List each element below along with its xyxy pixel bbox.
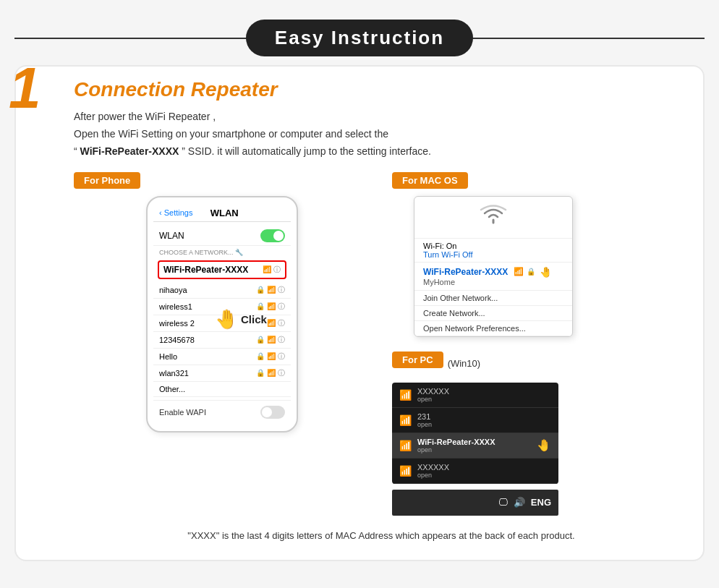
page-title: Easy Instruction	[246, 20, 473, 56]
network-icons: 🔒 📶 ⓘ	[256, 351, 285, 362]
pc-network-name: WiFi-RePeater-XXXX open	[417, 438, 537, 453]
mac-wifi-icon	[414, 197, 572, 239]
highlighted-ssid-name: WiFi-RePeater-XXXX	[163, 265, 248, 275]
mac-ssid: WiFi-RePeater-XXXX	[423, 267, 508, 277]
mac-sub-text: MyHome	[423, 278, 563, 286]
mac-wifi-status: Wi-Fi: On Turn Wi-Fi Off	[414, 239, 572, 263]
for-pc-sub: (Win10)	[448, 358, 481, 369]
col-right: For MAC OS Wi-Fi	[392, 172, 689, 516]
for-mac-label: For MAC OS	[392, 172, 468, 189]
mac-network-row: WiFi-RePeater-XXXX 📶 🔒 🤚	[423, 266, 563, 278]
network-icons: 🔒 📶 ⓘ	[256, 285, 285, 295]
wlan-toggle[interactable]	[260, 229, 285, 242]
phone-screen-title: WLAN	[210, 208, 239, 218]
for-pc-label: For PC	[392, 351, 443, 368]
pc-sub: open	[417, 472, 551, 479]
highlighted-ssid-icons: 📶 ⓘ	[263, 265, 281, 275]
pc-monitor-icon: 🖵	[498, 497, 508, 508]
pc-wifi-signal-icon: 📶	[399, 440, 412, 451]
network-wlan321[interactable]: wlan321 🔒 📶 ⓘ	[153, 365, 291, 382]
pc-network-name: XXXXXX open	[417, 463, 551, 479]
pc-taskbar-area: 📶 XXXXXX open 📶 231	[392, 383, 689, 516]
for-phone-label: For Phone	[74, 172, 140, 189]
mac-cursor-icon: 🤚	[540, 266, 552, 278]
step-content: Connection Repeater After power the WiFi…	[74, 78, 689, 545]
network-name: Other...	[159, 385, 185, 393]
click-label: Click	[241, 313, 267, 325]
network-icons: 🔒 📶 ⓘ	[256, 368, 285, 378]
step-description: After power the WiFi Repeater , Open the…	[74, 108, 689, 160]
phone-back-button: ‹ Settings	[159, 208, 192, 217]
wifi-on-text: Wi-Fi: On	[423, 242, 563, 250]
pc-ssid: XXXXXX	[417, 463, 551, 472]
desc-line3-post: ” SSID. it will automatically jump to th…	[179, 145, 431, 157]
network-hello[interactable]: Hello 🔒 📶 ⓘ	[153, 349, 291, 365]
choose-network-label: CHOOSE A NETWORK... 🔧	[153, 246, 291, 257]
network-other[interactable]: Other...	[153, 382, 291, 397]
mac-selected-network[interactable]: WiFi-RePeater-XXXX 📶 🔒 🤚 MyHome	[414, 263, 572, 291]
for-pc-label-row: For PC (Win10)	[392, 351, 689, 375]
pc-wifi-signal-icon: 📶	[399, 389, 412, 401]
pc-ssid: XXXXXX	[417, 387, 551, 396]
network-12345678[interactable]: 12345678 🔒 📶 ⓘ	[153, 332, 291, 349]
mac-open-prefs[interactable]: Open Network Preferences...	[414, 321, 572, 336]
col-phone: For Phone ‹ Settings WLAN	[74, 172, 370, 516]
network-icons: 🔒 📶 ⓘ	[256, 335, 285, 345]
pc-ssid: 231	[417, 412, 551, 421]
mac-lock-icon: 🔒	[527, 268, 535, 276]
pc-section: For PC (Win10) 📶 XXXXXX open	[392, 351, 689, 516]
mac-create-network[interactable]: Create Network...	[414, 306, 572, 321]
pc-wifi-signal-icon: 📶	[399, 465, 412, 477]
pc-network-name: 231 open	[417, 412, 551, 428]
desc-line2: Open the WiFi Setting on your smartphone…	[74, 128, 388, 140]
pc-network-231[interactable]: 📶 231 open	[392, 408, 558, 433]
pc-ssid: WiFi-RePeater-XXXX	[417, 438, 537, 446]
mac-join-other[interactable]: Join Other Network...	[414, 291, 572, 306]
click-indicator: 🤚 Click	[215, 308, 267, 331]
step1-container: 1 Connection Repeater After power the Wi…	[14, 65, 705, 561]
desc-line3-pre: “	[74, 145, 80, 157]
enable-wapi-label: Enable WAPI	[159, 408, 206, 417]
phone-bottom-section: Enable WAPI	[153, 400, 291, 424]
turn-wifi-off[interactable]: Turn Wi-Fi Off	[423, 250, 563, 259]
columns: For Phone ‹ Settings WLAN	[74, 172, 689, 516]
pc-lang: ENG	[531, 497, 551, 508]
pc-wifi-signal-icon: 📶	[399, 414, 412, 426]
footer-note: "XXXX" is the last 4 digits letters of M…	[74, 526, 689, 545]
network-name: wireless 2	[159, 319, 195, 328]
pc-network-xxxxxx[interactable]: 📶 XXXXXX open	[392, 383, 558, 408]
network-name: wlan321	[159, 369, 189, 378]
network-icons: 📶 ⓘ	[267, 318, 285, 328]
network-name: Hello	[159, 352, 177, 361]
pc-network-xxxxxx2[interactable]: 📶 XXXXXX open	[392, 459, 558, 484]
highlighted-ssid-row[interactable]: WiFi-RePeater-XXXX 📶 ⓘ	[158, 260, 286, 279]
mac-wifi-signal-icon: 📶	[514, 267, 524, 276]
cursor-icon: 🤚	[215, 308, 238, 331]
pc-sub: open	[417, 446, 537, 453]
enable-wapi-row: Enable WAPI	[159, 404, 285, 421]
wlan-toggle-row: WLAN	[153, 226, 291, 246]
pc-sub: open	[417, 396, 551, 403]
pc-wifi-panel: 📶 XXXXXX open 📶 231	[392, 383, 558, 484]
pc-cursor-icon: 🤚	[537, 438, 551, 452]
desc-line1: After power the WiFi Repeater ,	[74, 111, 216, 122]
network-name: 12345678	[159, 336, 195, 344]
wapi-toggle[interactable]	[260, 406, 285, 419]
network-nihaoya[interactable]: nihaoya 🔒 📶 ⓘ	[153, 282, 291, 299]
network-name: nihaoya	[159, 286, 187, 294]
pc-network-repeater[interactable]: 📶 WiFi-RePeater-XXXX open 🤚	[392, 433, 558, 459]
header: Easy Instruction	[14, 20, 705, 56]
page-wrapper: Easy Instruction 1 Connection Repeater A…	[0, 12, 719, 575]
pc-network-name: XXXXXX open	[417, 387, 551, 403]
step-number: 1	[9, 59, 41, 117]
wlan-label: WLAN	[159, 231, 184, 241]
network-name: wireless1	[159, 302, 192, 311]
step-title: Connection Repeater	[74, 78, 689, 101]
mac-dropdown: Wi-Fi: On Turn Wi-Fi Off WiFi-RePeater-X…	[414, 196, 573, 337]
pc-sub: open	[417, 421, 551, 428]
phone-top-bar: ‹ Settings WLAN	[153, 205, 291, 222]
pc-taskbar: 🖵 🔊 ENG	[392, 490, 558, 516]
ssid-highlight: WiFi-RePeater-XXXX	[80, 145, 179, 157]
mac-section: For MAC OS Wi-Fi	[392, 172, 689, 337]
pc-volume-icon: 🔊	[514, 497, 525, 508]
